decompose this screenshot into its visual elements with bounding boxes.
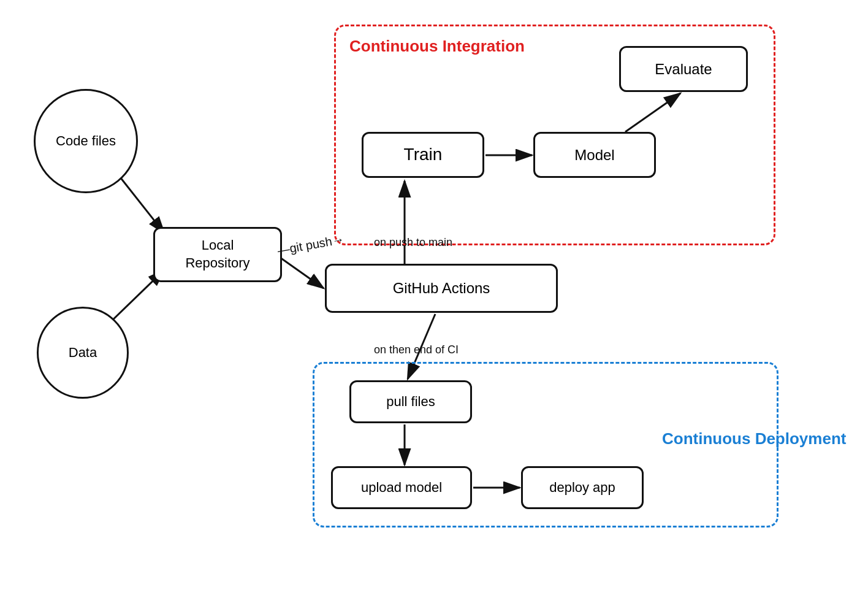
git-push-label: —git push→	[276, 232, 345, 258]
deploy-app-node: deploy app	[521, 466, 644, 509]
github-actions-node: GitHub Actions	[325, 264, 558, 313]
ci-label: Continuous Integration	[349, 37, 525, 56]
pull-files-node: pull files	[349, 380, 472, 423]
train-node: Train	[362, 132, 484, 178]
code-files-node: Code files	[34, 89, 138, 193]
upload-model-node: upload model	[331, 466, 472, 509]
local-repo-node: LocalRepository	[153, 227, 282, 282]
data-node: Data	[37, 307, 129, 399]
on-push-label: on push to main	[374, 236, 452, 249]
evaluate-node: Evaluate	[619, 46, 748, 92]
model-node: Model	[533, 132, 656, 178]
diagram-canvas: Continuous Integration Continuous Deploy…	[0, 0, 868, 614]
svg-line-4	[276, 255, 324, 288]
cd-label: Continuous Deployment	[662, 429, 846, 448]
on-end-ci-label: on then end of CI	[374, 343, 459, 356]
